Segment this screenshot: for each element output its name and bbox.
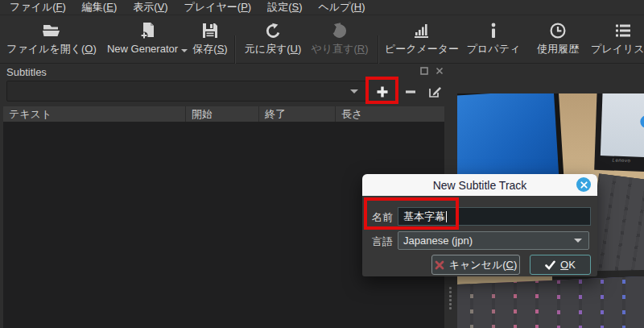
- redo-icon: [331, 19, 349, 41]
- chevron-down-icon: [350, 89, 358, 93]
- menu-help[interactable]: ヘルプ(H): [311, 0, 374, 16]
- check-icon: [545, 260, 555, 270]
- properties-icon: [488, 19, 499, 41]
- subtitle-track-selector[interactable]: [6, 81, 366, 102]
- minus-icon: [405, 86, 416, 98]
- subtitle-table-header: テキスト 開始 終了 長さ: [3, 106, 444, 122]
- dialog-close-button[interactable]: [576, 177, 591, 192]
- menu-bar: ファイル(F) 編集(E) 表示(V) プレイヤー(P) 設定(S) ヘルプ(H…: [0, 0, 644, 15]
- menu-view[interactable]: 表示(V): [125, 0, 175, 16]
- playlist-button[interactable]: プレイリスト: [591, 19, 644, 61]
- column-header-duration[interactable]: 長さ: [336, 106, 444, 122]
- language-selector-value: Japanese (jpn): [398, 235, 574, 247]
- column-header-text[interactable]: テキスト: [3, 106, 186, 122]
- edit-pencil-icon: [428, 85, 442, 98]
- menu-settings[interactable]: 設定(S): [259, 0, 310, 16]
- menu-player[interactable]: プレイヤー(P): [176, 0, 260, 16]
- splitter-grip-icon: [449, 287, 452, 309]
- peak-meter-icon: [413, 19, 431, 41]
- chevron-down-icon: [574, 239, 582, 243]
- playlist-icon: [614, 19, 632, 41]
- subtitles-panel-title: Subtitles: [6, 66, 47, 78]
- save-icon: [201, 19, 219, 41]
- remove-subtitle-track-button[interactable]: [400, 81, 421, 102]
- undo-button[interactable]: 元に戻す(U): [239, 19, 307, 61]
- column-header-end[interactable]: 終了: [259, 106, 336, 122]
- annotation-highlight-name-field: [364, 197, 459, 230]
- rgb-mechanical-keyboard: [457, 276, 644, 328]
- edit-subtitle-track-button[interactable]: [424, 81, 445, 102]
- ok-button[interactable]: OK: [530, 255, 591, 275]
- red-x-icon: [435, 260, 444, 270]
- dialog-title-bar[interactable]: New Subtitle Track: [362, 174, 597, 196]
- recent-history-button[interactable]: 使用履歴: [534, 19, 582, 61]
- panel-float-button[interactable]: [419, 66, 429, 76]
- properties-button[interactable]: プロパティ: [466, 19, 521, 61]
- panel-close-button[interactable]: [435, 66, 444, 76]
- right-laptop: Lenovo: [594, 93, 644, 172]
- language-selector[interactable]: Japanese (jpn): [398, 231, 589, 250]
- lenovo-logo: Lenovo: [613, 158, 631, 164]
- main-toolbar: ファイルを開く(O) New Generator 保存(S) 元に戻す(U) や: [0, 15, 644, 64]
- new-generator-icon: [138, 19, 156, 41]
- new-generator-button[interactable]: New Generator: [100, 19, 195, 61]
- shotcut-window: ファイル(F) 編集(E) 表示(V) プレイヤー(P) 設定(S) ヘルプ(H…: [0, 0, 644, 328]
- menu-file[interactable]: ファイル(F): [2, 0, 74, 16]
- menu-edit[interactable]: 編集(E): [74, 0, 125, 16]
- close-icon: [580, 181, 588, 189]
- open-folder-icon: [41, 19, 62, 41]
- windows-start-orb: [640, 115, 644, 129]
- annotation-highlight-add-button: [365, 77, 398, 104]
- column-header-start[interactable]: 開始: [186, 106, 259, 122]
- language-field-label: 言語: [372, 235, 393, 249]
- save-button[interactable]: 保存(S): [187, 19, 233, 61]
- cancel-button[interactable]: キャンセル(C): [431, 255, 520, 275]
- undo-icon: [264, 19, 282, 41]
- dialog-title: New Subtitle Track: [433, 179, 527, 192]
- open-file-button[interactable]: ファイルを開く(O): [4, 19, 99, 61]
- right-laptop-screen: [601, 93, 644, 157]
- keyboard-keys: [457, 276, 644, 328]
- peak-meter-button[interactable]: ピークメーター: [385, 19, 459, 61]
- redo-button[interactable]: やり直す(R): [309, 19, 370, 61]
- history-clock-icon: [549, 19, 567, 41]
